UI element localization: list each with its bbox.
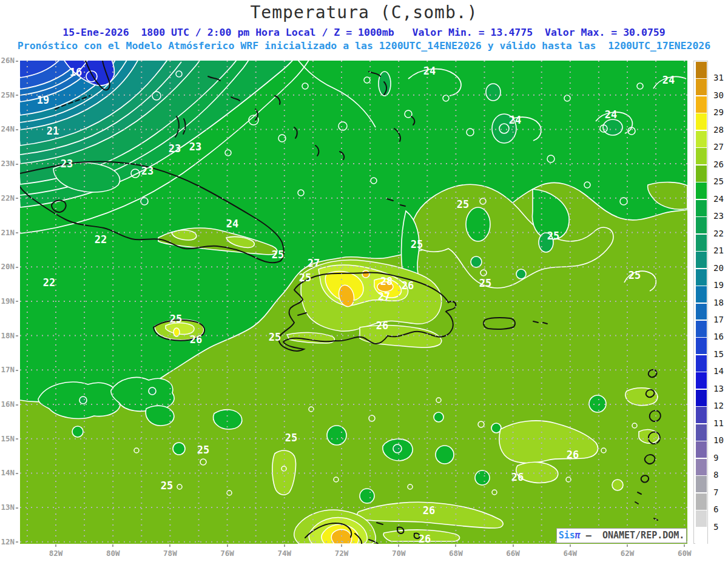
contour-label: 25 bbox=[299, 272, 311, 284]
lat-tick-label: 18N bbox=[0, 331, 18, 340]
lon-tick bbox=[513, 544, 514, 547]
colorbar-cell bbox=[695, 355, 707, 372]
colorbar-cell bbox=[695, 269, 707, 286]
colorbar-cell bbox=[695, 165, 707, 182]
lon-tick-label: 62W bbox=[612, 549, 642, 558]
colorbar-label: 24 bbox=[713, 194, 724, 204]
contour-label: 23 bbox=[189, 141, 201, 153]
lon-tick bbox=[684, 544, 685, 547]
watermark-suffix: – ONAMET/REP.DOM. bbox=[581, 530, 685, 541]
colorbar-cell bbox=[695, 475, 707, 493]
colorbar-cell bbox=[695, 320, 707, 338]
lon-tick-label: 74W bbox=[269, 549, 300, 558]
contour-label: 27 bbox=[378, 290, 390, 303]
colorbar-label: 7 bbox=[713, 487, 718, 497]
lon-tick-label: 68W bbox=[440, 549, 471, 558]
colorbar-cell bbox=[695, 251, 707, 269]
colorbar-cell bbox=[695, 96, 707, 113]
contour-label: 26 bbox=[402, 279, 414, 292]
lon-tick bbox=[284, 544, 285, 547]
colorbar-label: 29 bbox=[713, 107, 724, 117]
colorbar-cell bbox=[695, 527, 707, 545]
temperature-map: 1619212323232322222425272524242424252525… bbox=[20, 61, 687, 544]
lon-tick-label: 64W bbox=[555, 549, 585, 558]
lat-tick-label: 26N bbox=[0, 56, 18, 65]
colorbar-cell bbox=[695, 406, 707, 424]
colorbar-cell bbox=[695, 78, 707, 96]
contour-label: 25 bbox=[285, 432, 297, 444]
contour-label: 26 bbox=[190, 333, 202, 346]
colorbar-label: 15 bbox=[713, 349, 724, 359]
colorbar-cell bbox=[695, 61, 707, 79]
contour-label: 23 bbox=[141, 165, 153, 177]
lon-tick bbox=[398, 544, 399, 547]
lat-tick-label: 25N bbox=[0, 90, 18, 99]
page-title: Temperatura (C,somb.) bbox=[0, 2, 728, 22]
contour-label: 26 bbox=[419, 533, 431, 544]
lat-tick-label: 19N bbox=[0, 296, 18, 306]
colorbar-label: 30 bbox=[713, 90, 724, 100]
colorbar-cell bbox=[695, 424, 707, 441]
lon-tick bbox=[455, 544, 456, 547]
subtitle-model: Pronóstico con el Modelo Atmósferico WRF… bbox=[0, 40, 728, 52]
colorbar-label: 31 bbox=[713, 73, 724, 82]
colorbar-cell bbox=[695, 458, 707, 476]
colorbar-label: 18 bbox=[713, 298, 724, 307]
colorbar-cell bbox=[695, 286, 707, 303]
colorbar-label: 27 bbox=[713, 142, 724, 152]
colorbar-label: 9 bbox=[713, 453, 718, 463]
lat-tick-label: 15N bbox=[0, 434, 18, 443]
colorbar-label: 11 bbox=[713, 418, 724, 428]
colorbar-cell bbox=[695, 199, 707, 217]
colorbar-label: 8 bbox=[713, 470, 718, 480]
colorbar-cell bbox=[695, 337, 707, 355]
contour-label: 19 bbox=[37, 94, 49, 106]
lon-tick-label: 76W bbox=[212, 549, 243, 558]
lon-tick-label: 78W bbox=[155, 549, 185, 558]
colorbar-label: 12 bbox=[713, 401, 724, 410]
contour-label: 24 bbox=[662, 74, 675, 86]
colorbar-label: 13 bbox=[713, 384, 724, 393]
lat-tick-label: 23N bbox=[0, 159, 18, 168]
colorbar-label: 16 bbox=[713, 332, 724, 341]
colorbar-cell bbox=[695, 372, 707, 389]
watermark: Sisπ – ONAMET/REP.DOM. bbox=[556, 528, 687, 543]
colorbar-cell bbox=[695, 303, 707, 321]
lon-tick bbox=[112, 544, 113, 547]
contour-label: 25 bbox=[629, 269, 641, 281]
colorbar-cell bbox=[695, 441, 707, 458]
colorbar-label: 22 bbox=[713, 229, 724, 238]
colorbar-cell bbox=[695, 216, 707, 234]
contour-label: 21 bbox=[47, 125, 59, 137]
colorbar-cell bbox=[695, 147, 707, 165]
colorbar-label: 21 bbox=[713, 246, 724, 255]
contour-label: 24 bbox=[605, 109, 617, 121]
colorbar-label: 23 bbox=[713, 211, 724, 221]
contour-label: 25 bbox=[161, 480, 173, 492]
lon-tick bbox=[227, 544, 228, 547]
lon-tick-label: 72W bbox=[326, 549, 357, 558]
lat-tick-label: 20N bbox=[0, 262, 18, 271]
contour-label: 16 bbox=[70, 66, 82, 78]
lon-tick-label: 80W bbox=[98, 549, 128, 558]
temperature-colorbar: 3130292827262524232221201918171615141312… bbox=[693, 61, 708, 544]
contour-label: 22 bbox=[95, 233, 107, 246]
colorbar-label: 26 bbox=[713, 159, 724, 169]
colorbar-cell bbox=[695, 389, 707, 407]
contour-label: 23 bbox=[61, 158, 73, 170]
colorbar-label: 28 bbox=[713, 125, 724, 135]
lon-tick bbox=[570, 544, 571, 547]
lon-tick bbox=[55, 544, 56, 547]
contour-label: 25 bbox=[457, 198, 469, 210]
colorbar-label: 14 bbox=[713, 366, 724, 376]
colorbar-label: 10 bbox=[713, 435, 724, 445]
lon-tick-label: 60W bbox=[669, 549, 699, 558]
watermark-brand: Sis bbox=[559, 530, 575, 541]
weather-chart-page: Temperatura (C,somb.) 15-Ene-2026 1800 U… bbox=[0, 0, 728, 562]
lat-tick-label: 24N bbox=[0, 124, 18, 133]
lon-tick-label: 70W bbox=[383, 549, 414, 558]
lat-tick-label: 13N bbox=[0, 503, 18, 512]
contour-label: 22 bbox=[43, 276, 55, 289]
contour-label: 25 bbox=[411, 238, 423, 250]
contour-label: 26 bbox=[567, 449, 579, 461]
